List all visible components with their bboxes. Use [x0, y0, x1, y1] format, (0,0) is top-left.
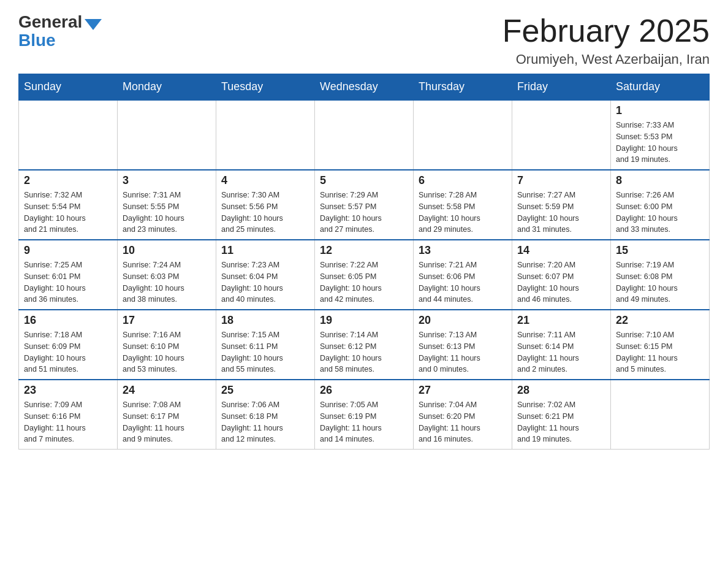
day-info: Sunrise: 7:18 AM Sunset: 6:09 PM Dayligh…: [24, 329, 112, 375]
day-info: Sunrise: 7:21 AM Sunset: 6:06 PM Dayligh…: [419, 259, 507, 305]
day-info: Sunrise: 7:06 AM Sunset: 6:18 PM Dayligh…: [221, 399, 309, 445]
day-info: Sunrise: 7:08 AM Sunset: 6:17 PM Dayligh…: [123, 399, 211, 445]
calendar-cell: 9Sunrise: 7:25 AM Sunset: 6:01 PM Daylig…: [19, 240, 118, 310]
calendar-cell: [611, 380, 710, 450]
calendar-header-monday: Monday: [118, 74, 216, 101]
calendar-cell: 13Sunrise: 7:21 AM Sunset: 6:06 PM Dayli…: [414, 240, 512, 310]
day-info: Sunrise: 7:04 AM Sunset: 6:20 PM Dayligh…: [419, 399, 507, 445]
day-number: 2: [24, 174, 112, 187]
day-info: Sunrise: 7:16 AM Sunset: 6:10 PM Dayligh…: [123, 329, 211, 375]
day-number: 25: [221, 384, 309, 397]
week-row-4: 16Sunrise: 7:18 AM Sunset: 6:09 PM Dayli…: [19, 310, 710, 380]
logo-arrow-icon: [85, 19, 102, 30]
day-number: 8: [616, 174, 704, 187]
page-header: General Blue February 2025 Orumiyeh, Wes…: [18, 12, 710, 67]
day-info: Sunrise: 7:22 AM Sunset: 6:05 PM Dayligh…: [320, 259, 408, 305]
calendar-header-wednesday: Wednesday: [315, 74, 414, 101]
calendar-header-saturday: Saturday: [611, 74, 710, 101]
day-number: 16: [24, 314, 112, 327]
week-row-3: 9Sunrise: 7:25 AM Sunset: 6:01 PM Daylig…: [19, 240, 710, 310]
day-info: Sunrise: 7:31 AM Sunset: 5:55 PM Dayligh…: [123, 190, 211, 236]
day-info: Sunrise: 7:33 AM Sunset: 5:53 PM Dayligh…: [616, 120, 704, 166]
calendar-cell: 17Sunrise: 7:16 AM Sunset: 6:10 PM Dayli…: [118, 310, 216, 380]
day-number: 7: [517, 174, 605, 187]
day-info: Sunrise: 7:26 AM Sunset: 6:00 PM Dayligh…: [616, 190, 704, 236]
day-number: 13: [419, 244, 507, 257]
logo-general-text: General: [18, 12, 82, 32]
day-number: 23: [24, 384, 112, 397]
calendar-header-row: SundayMondayTuesdayWednesdayThursdayFrid…: [19, 74, 710, 101]
calendar-cell: 15Sunrise: 7:19 AM Sunset: 6:08 PM Dayli…: [611, 240, 710, 310]
calendar-cell: [414, 100, 512, 170]
subtitle: Orumiyeh, West Azerbaijan, Iran: [502, 52, 710, 67]
day-info: Sunrise: 7:13 AM Sunset: 6:13 PM Dayligh…: [419, 329, 507, 375]
week-row-5: 23Sunrise: 7:09 AM Sunset: 6:16 PM Dayli…: [19, 380, 710, 450]
calendar-cell: 21Sunrise: 7:11 AM Sunset: 6:14 PM Dayli…: [512, 310, 611, 380]
calendar-cell: [19, 100, 118, 170]
calendar-cell: [216, 100, 315, 170]
calendar-cell: 3Sunrise: 7:31 AM Sunset: 5:55 PM Daylig…: [118, 170, 216, 240]
calendar-cell: 28Sunrise: 7:02 AM Sunset: 6:21 PM Dayli…: [512, 380, 611, 450]
day-number: 28: [517, 384, 605, 397]
day-info: Sunrise: 7:20 AM Sunset: 6:07 PM Dayligh…: [517, 259, 605, 305]
day-info: Sunrise: 7:23 AM Sunset: 6:04 PM Dayligh…: [221, 259, 309, 305]
day-number: 22: [616, 314, 704, 327]
week-row-1: 1Sunrise: 7:33 AM Sunset: 5:53 PM Daylig…: [19, 100, 710, 170]
day-number: 17: [123, 314, 211, 327]
calendar-cell: 4Sunrise: 7:30 AM Sunset: 5:56 PM Daylig…: [216, 170, 315, 240]
calendar-cell: 11Sunrise: 7:23 AM Sunset: 6:04 PM Dayli…: [216, 240, 315, 310]
day-info: Sunrise: 7:28 AM Sunset: 5:58 PM Dayligh…: [419, 190, 507, 236]
day-info: Sunrise: 7:09 AM Sunset: 6:16 PM Dayligh…: [24, 399, 112, 445]
day-info: Sunrise: 7:27 AM Sunset: 5:59 PM Dayligh…: [517, 190, 605, 236]
calendar-cell: 25Sunrise: 7:06 AM Sunset: 6:18 PM Dayli…: [216, 380, 315, 450]
day-number: 27: [419, 384, 507, 397]
day-number: 21: [517, 314, 605, 327]
calendar-cell: [315, 100, 414, 170]
day-number: 14: [517, 244, 605, 257]
day-number: 19: [320, 314, 408, 327]
calendar-cell: 26Sunrise: 7:05 AM Sunset: 6:19 PM Dayli…: [315, 380, 414, 450]
logo: General Blue: [18, 12, 102, 50]
calendar-cell: 10Sunrise: 7:24 AM Sunset: 6:03 PM Dayli…: [118, 240, 216, 310]
day-number: 9: [24, 244, 112, 257]
day-number: 12: [320, 244, 408, 257]
week-row-2: 2Sunrise: 7:32 AM Sunset: 5:54 PM Daylig…: [19, 170, 710, 240]
day-number: 6: [419, 174, 507, 187]
day-info: Sunrise: 7:02 AM Sunset: 6:21 PM Dayligh…: [517, 399, 605, 445]
calendar-cell: 18Sunrise: 7:15 AM Sunset: 6:11 PM Dayli…: [216, 310, 315, 380]
main-title: February 2025: [502, 12, 710, 49]
day-number: 5: [320, 174, 408, 187]
calendar-cell: 14Sunrise: 7:20 AM Sunset: 6:07 PM Dayli…: [512, 240, 611, 310]
day-number: 11: [221, 244, 309, 257]
day-info: Sunrise: 7:25 AM Sunset: 6:01 PM Dayligh…: [24, 259, 112, 305]
day-number: 1: [616, 104, 704, 117]
calendar-cell: 16Sunrise: 7:18 AM Sunset: 6:09 PM Dayli…: [19, 310, 118, 380]
day-info: Sunrise: 7:30 AM Sunset: 5:56 PM Dayligh…: [221, 190, 309, 236]
day-info: Sunrise: 7:32 AM Sunset: 5:54 PM Dayligh…: [24, 190, 112, 236]
calendar-cell: 8Sunrise: 7:26 AM Sunset: 6:00 PM Daylig…: [611, 170, 710, 240]
calendar-cell: [118, 100, 216, 170]
day-number: 3: [123, 174, 211, 187]
day-info: Sunrise: 7:10 AM Sunset: 6:15 PM Dayligh…: [616, 329, 704, 375]
day-info: Sunrise: 7:15 AM Sunset: 6:11 PM Dayligh…: [221, 329, 309, 375]
day-info: Sunrise: 7:24 AM Sunset: 6:03 PM Dayligh…: [123, 259, 211, 305]
day-number: 24: [123, 384, 211, 397]
calendar-cell: 5Sunrise: 7:29 AM Sunset: 5:57 PM Daylig…: [315, 170, 414, 240]
calendar-cell: 27Sunrise: 7:04 AM Sunset: 6:20 PM Dayli…: [414, 380, 512, 450]
day-info: Sunrise: 7:29 AM Sunset: 5:57 PM Dayligh…: [320, 190, 408, 236]
calendar-cell: [512, 100, 611, 170]
calendar-header-thursday: Thursday: [414, 74, 512, 101]
calendar-cell: 2Sunrise: 7:32 AM Sunset: 5:54 PM Daylig…: [19, 170, 118, 240]
calendar-table: SundayMondayTuesdayWednesdayThursdayFrid…: [18, 74, 710, 450]
calendar-header-friday: Friday: [512, 74, 611, 101]
calendar-cell: 22Sunrise: 7:10 AM Sunset: 6:15 PM Dayli…: [611, 310, 710, 380]
day-number: 26: [320, 384, 408, 397]
day-info: Sunrise: 7:05 AM Sunset: 6:19 PM Dayligh…: [320, 399, 408, 445]
day-info: Sunrise: 7:11 AM Sunset: 6:14 PM Dayligh…: [517, 329, 605, 375]
calendar-cell: 23Sunrise: 7:09 AM Sunset: 6:16 PM Dayli…: [19, 380, 118, 450]
day-number: 18: [221, 314, 309, 327]
day-info: Sunrise: 7:14 AM Sunset: 6:12 PM Dayligh…: [320, 329, 408, 375]
day-number: 20: [419, 314, 507, 327]
calendar-cell: 6Sunrise: 7:28 AM Sunset: 5:58 PM Daylig…: [414, 170, 512, 240]
calendar-cell: 1Sunrise: 7:33 AM Sunset: 5:53 PM Daylig…: [611, 100, 710, 170]
